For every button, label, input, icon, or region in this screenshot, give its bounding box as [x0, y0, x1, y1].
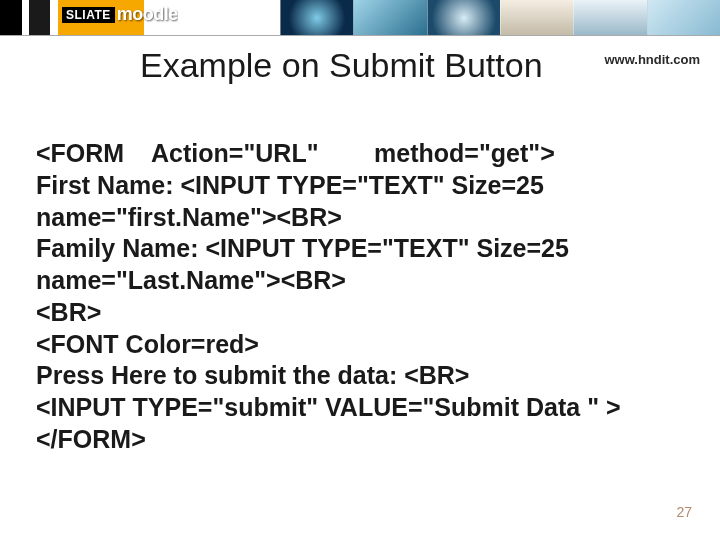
collage-image: [280, 0, 353, 36]
logo-moodle-text: moodle: [115, 4, 178, 25]
slide-title: Example on Submit Button: [140, 46, 543, 85]
code-line: Press Here to submit the data: <BR>: [36, 361, 469, 389]
site-url: www.hndit.com: [604, 52, 700, 67]
header-banner: SLIATE moodle: [0, 0, 720, 36]
title-row: Example on Submit Button www.hndit.com: [0, 46, 720, 96]
code-line: </FORM>: [36, 425, 146, 453]
code-block: <FORM Action="URL" method="get"> First N…: [36, 138, 686, 456]
code-line: First Name: <INPUT TYPE="TEXT" Size=25 n…: [36, 171, 551, 231]
code-line: Family Name: <INPUT TYPE="TEXT" Size=25 …: [36, 234, 576, 294]
logo-sliate-text: SLIATE: [62, 7, 115, 23]
collage-image: [353, 0, 426, 36]
header-collage: [280, 0, 720, 36]
collage-image: [573, 0, 646, 36]
collage-image: [427, 0, 500, 36]
header-logo: SLIATE moodle: [62, 4, 178, 25]
code-line: <FONT Color=red>: [36, 330, 259, 358]
collage-image: [500, 0, 573, 36]
collage-image: [647, 0, 720, 36]
code-line: <INPUT TYPE="submit" VALUE="Submit Data …: [36, 393, 621, 421]
code-line: <FORM Action="URL" method="get">: [36, 139, 555, 167]
code-line: <BR>: [36, 298, 101, 326]
slide-number: 27: [676, 504, 692, 520]
